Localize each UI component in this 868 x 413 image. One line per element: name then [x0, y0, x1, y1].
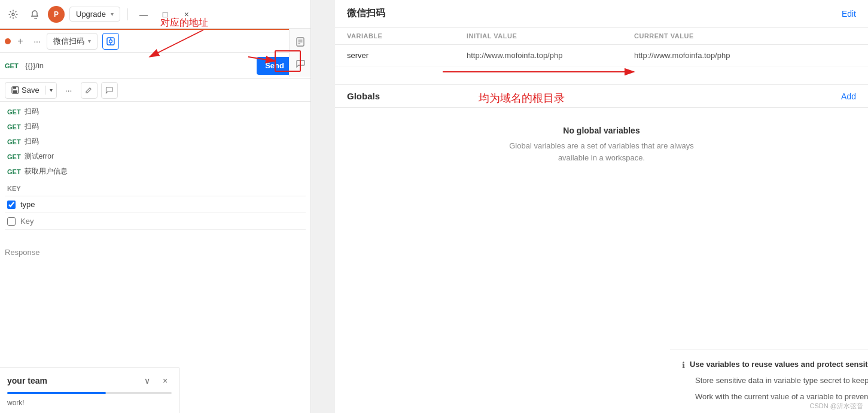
params-header: KEY	[5, 181, 306, 196]
close-panel-button[interactable]: ×	[159, 374, 172, 387]
new-tab-button[interactable]: +	[13, 34, 28, 48]
url-bar: GET Send ▾	[0, 53, 310, 79]
environment-icon-button[interactable]	[102, 33, 119, 50]
gear-button[interactable]	[5, 6, 22, 23]
param-key: type	[20, 200, 68, 209]
globals-empty: No global variables Global variables are…	[335, 108, 868, 181]
var-name: server	[347, 51, 467, 60]
method-tag: GET	[7, 123, 21, 130]
method-badge: GET	[5, 62, 22, 69]
tabs-bar: + ··· 微信扫码 ▾	[0, 30, 310, 53]
tab-label: 微信扫码	[53, 36, 84, 47]
response-area: Response	[0, 242, 310, 262]
dot-indicator	[5, 38, 11, 44]
info-header: ℹ Use variables to reuse values and prot…	[682, 360, 868, 370]
method-tag: GET	[7, 138, 21, 145]
tabs-menu-button[interactable]: ···	[30, 34, 44, 48]
divider	[127, 8, 128, 20]
url-input[interactable]	[25, 61, 253, 70]
col-current-header: CURRENT VALUE	[634, 32, 856, 40]
info-line1: Store sensitive data in variable type se…	[682, 375, 868, 387]
list-item[interactable]: GET 扫码	[5, 104, 306, 119]
list-item[interactable]: GET 测试error	[5, 149, 306, 164]
toolbar-more-button[interactable]: ···	[60, 82, 77, 99]
collapse-button[interactable]: ∨	[141, 374, 154, 387]
doc-icon-button[interactable]	[292, 34, 309, 50]
request-label: 获取用户信息	[25, 166, 68, 177]
minimize-button[interactable]: —	[135, 6, 152, 23]
info-icon: ℹ	[682, 360, 685, 370]
toolbar-edit-icon[interactable]	[81, 82, 98, 99]
svg-rect-9	[13, 87, 16, 89]
tab-arrow-icon: ▾	[88, 38, 91, 44]
upgrade-label: Upgrade	[76, 10, 106, 19]
var-initial-value: http://www.mofoinfa.top/php	[467, 51, 634, 60]
progress-fill	[7, 392, 106, 394]
method-tag: GET	[7, 153, 21, 160]
chat-icon-button[interactable]	[292, 55, 309, 72]
bottom-subtext: work!	[7, 399, 25, 407]
upgrade-button[interactable]: Upgrade ▾	[69, 7, 120, 22]
request-label: 扫码	[25, 122, 39, 132]
bell-button[interactable]	[26, 6, 43, 23]
list-item[interactable]: GET 获取用户信息	[5, 164, 306, 179]
col-initial-header: INITIAL VALUE	[467, 32, 634, 40]
list-item[interactable]: GET 扫码	[5, 119, 306, 134]
avatar[interactable]: P	[48, 6, 65, 23]
params-area: KEY type	[0, 181, 310, 230]
save-dropdown[interactable]: ▾	[46, 83, 56, 98]
environment-title: 微信扫码	[347, 7, 385, 20]
request-label: 测试error	[25, 151, 54, 162]
svg-rect-10	[13, 90, 17, 93]
param-row: type	[5, 196, 306, 213]
param-checkbox-empty[interactable]	[7, 217, 16, 226]
globals-title: Globals	[347, 91, 380, 101]
save-main[interactable]: Save	[5, 86, 46, 95]
svg-point-1	[109, 40, 112, 42]
col-variable-header: VARIABLE	[347, 32, 467, 40]
add-global-button[interactable]: Add	[841, 92, 856, 101]
save-label: Save	[22, 86, 39, 95]
variable-row: server http://www.mofoinfa.top/php http:…	[335, 45, 868, 66]
list-item[interactable]: GET 扫码	[5, 134, 306, 149]
no-globals-desc: Global variables are a set of variables …	[494, 140, 709, 163]
bottom-header: your team ∨ ×	[7, 374, 172, 387]
save-button[interactable]: Save ▾	[5, 82, 57, 99]
method-tag: GET	[7, 168, 21, 175]
key-column-header: KEY	[7, 185, 21, 192]
info-title: Use variables to reuse values and protec…	[690, 360, 868, 369]
param-row-empty	[5, 213, 306, 230]
bottom-panel: your team ∨ × work!	[0, 368, 179, 413]
param-checkbox[interactable]	[7, 201, 16, 209]
request-label: 扫码	[25, 107, 39, 117]
history-area: GET 扫码 GET 扫码 GET 扫码 GET 测试error GET 获取用…	[0, 102, 310, 181]
top-bar: P Upgrade ▾ — □ ×	[0, 0, 310, 29]
watermark: CSDN @沂水弦音	[810, 402, 863, 411]
bottom-controls: ∨ ×	[141, 374, 172, 387]
response-label: Response	[5, 248, 40, 257]
active-tab[interactable]: 微信扫码 ▾	[47, 33, 98, 50]
bottom-text: work!	[7, 399, 172, 407]
progress-bar	[7, 392, 172, 394]
left-panel: P Upgrade ▾ — □ × + ··· 微信扫码 ▾	[0, 0, 311, 413]
right-panel: 微信扫码 Edit VARIABLE INITIAL VALUE CURRENT…	[335, 0, 868, 413]
send-main-button[interactable]: Send	[257, 57, 293, 75]
right-panel-header: 微信扫码 Edit	[335, 0, 868, 28]
toolbar: Save ▾ ···	[0, 79, 310, 102]
globals-header: Globals Add	[335, 84, 868, 108]
side-icon-panel	[289, 29, 310, 77]
close-button[interactable]: ×	[178, 6, 195, 23]
toolbar-comment-icon[interactable]	[101, 82, 118, 99]
var-table-header: VARIABLE INITIAL VALUE CURRENT VALUE	[335, 28, 868, 45]
method-tag: GET	[7, 108, 21, 116]
param-key-input[interactable]	[20, 217, 303, 226]
request-label: 扫码	[25, 136, 39, 147]
var-current-value: http://www.mofoinfa.top/php	[634, 51, 856, 60]
bottom-panel-title: your team	[7, 376, 47, 385]
edit-button[interactable]: Edit	[842, 9, 856, 19]
maximize-button[interactable]: □	[157, 6, 173, 23]
no-globals-title: No global variables	[347, 126, 856, 135]
